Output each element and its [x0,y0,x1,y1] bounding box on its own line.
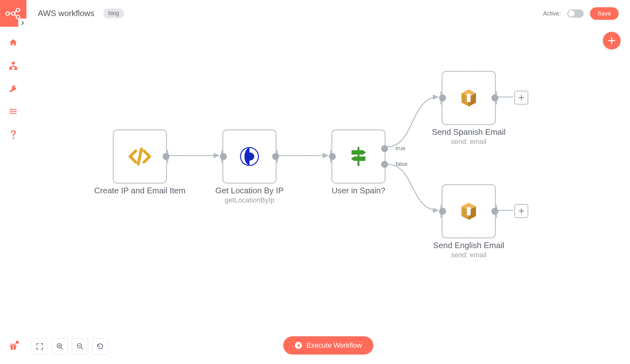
node-send-english-email[interactable]: Send English Email send: email [442,184,496,238]
aws-ses-icon [458,88,479,108]
chevron-right-icon [20,21,25,25]
zoom-in-icon [56,343,64,350]
add-node-after-english[interactable] [514,204,528,218]
plus-icon [518,94,524,101]
node-subtitle: send: email [415,138,522,146]
active-label: Active: [543,10,561,17]
n8n-logo-icon [5,7,21,20]
undo-button[interactable] [92,338,108,355]
plus-icon [518,208,524,214]
fit-view-icon [36,343,43,350]
port-label-false: false [396,161,408,168]
svg-point-2 [16,8,20,12]
notification-dot [16,341,19,344]
sidebar-items [0,27,26,139]
play-circle-icon [295,342,302,349]
execute-label: Execute Workflow [306,341,362,350]
svg-rect-6 [15,68,17,70]
zoom-out-button[interactable] [72,338,88,355]
node-create-ip-email[interactable]: Create IP and Email Item [113,129,167,184]
node-get-location[interactable]: Get Location By IP getLocationByIp [222,129,277,184]
svg-rect-9 [13,345,14,350]
node-title: Send English Email [415,241,522,250]
sidebar [0,0,26,364]
sidebar-item-workflows[interactable] [9,61,18,70]
plus-icon [608,37,616,45]
node-subtitle: getLocationByIp [196,196,303,204]
workflow-title[interactable]: AWS workflows [38,9,94,18]
header-actions: Active: Save [543,7,619,20]
undo-icon [96,342,104,350]
active-toggle[interactable] [567,9,584,18]
workflow-tag[interactable]: blog [103,9,124,18]
sidebar-item-executions[interactable] [9,107,17,116]
node-title: Get Location By IP [196,186,303,196]
signpost-icon [347,145,370,168]
node-subtitle: send: email [415,251,522,259]
sidebar-item-updates[interactable] [0,342,26,352]
port-label-true: true [396,145,405,152]
question-icon [10,130,17,139]
execute-workflow-button[interactable]: Execute Workflow [283,336,373,355]
node-send-spanish-email[interactable]: Send Spanish Email send: email [442,71,496,125]
svg-point-3 [16,15,20,19]
save-button[interactable]: Save [590,7,619,20]
list-check-icon [9,107,17,116]
svg-point-0 [6,12,9,15]
fit-view-button[interactable] [32,338,48,355]
svg-rect-4 [12,62,14,64]
node-title: Create IP and Email Item [86,186,193,196]
zoom-out-icon [76,343,84,350]
expand-sidebar-button[interactable] [18,19,27,27]
sidebar-item-help[interactable] [10,130,17,139]
add-node-button[interactable] [603,32,621,49]
app-logo[interactable] [0,0,26,27]
aws-ses-icon [458,201,479,222]
node-title: Send Spanish Email [415,127,522,137]
workflow-canvas[interactable]: Create IP and Email Item Get Location By… [26,27,630,364]
code-icon [128,147,152,166]
workflows-icon [9,61,18,70]
svg-rect-12 [467,94,471,102]
svg-rect-13 [467,207,471,215]
canvas-toolbar [32,338,108,355]
svg-point-1 [12,12,15,15]
header: AWS workflows blog Active: Save [26,0,630,27]
add-node-after-spanish[interactable] [514,91,528,105]
home-icon [9,38,18,47]
key-icon [9,85,17,93]
sidebar-item-credentials[interactable] [9,85,17,93]
node-title: User in Spain? [305,186,412,196]
zoom-in-button[interactable] [52,338,68,355]
svg-rect-5 [9,68,12,70]
node-user-in-spain[interactable]: true false User in Spain? [331,129,386,184]
sidebar-item-home[interactable] [9,38,18,47]
uproc-icon [239,146,260,167]
